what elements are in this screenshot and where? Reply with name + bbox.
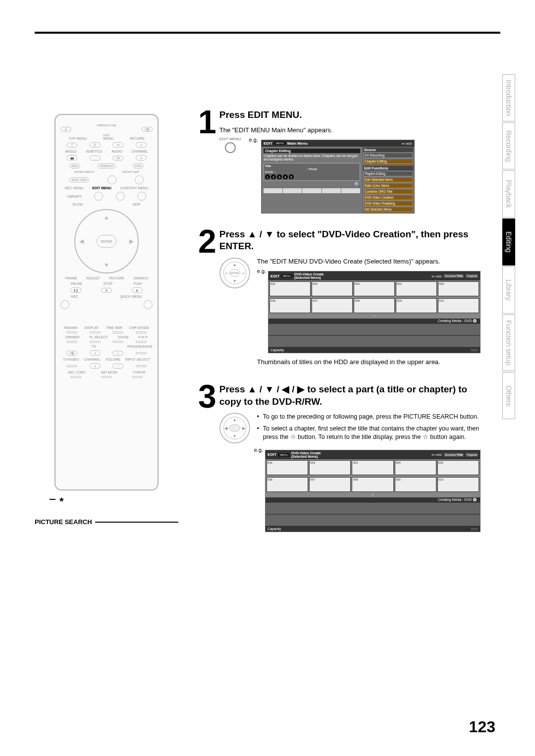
eg-label-3: e.g. bbox=[254, 447, 263, 453]
remote-column: OPEN/CLOSE ▲I/⏻ DVD TOP MENUMENURETURN ⤴… bbox=[35, 109, 178, 547]
tab-function-setup: Function setup bbox=[502, 315, 515, 371]
instructions-column: 1 Press EDIT MENU. The "EDIT MENU Main M… bbox=[178, 109, 481, 547]
step-3-bullet-2: To select a chapter, first select the ti… bbox=[257, 425, 481, 442]
step-3-number: 3 bbox=[198, 383, 214, 532]
tab-playback: Playback bbox=[502, 170, 515, 217]
screen-main-menu: EDIT MENU Main Menu 📼 HDD Chapter Editin… bbox=[261, 140, 415, 214]
edit-menu-button-icon: EDIT MENU bbox=[219, 137, 241, 153]
page-number: 123 bbox=[469, 718, 495, 736]
tab-library: Library bbox=[502, 267, 515, 314]
nav-pad-icon: ENTER ▲ ▼ ◀ ▶ bbox=[219, 258, 250, 288]
remote-nav-pad: ▲▼◀▶ ENTER bbox=[74, 209, 139, 273]
eg-label-2: e.g. bbox=[257, 268, 266, 274]
step-1-number: 1 bbox=[198, 109, 214, 214]
tab-recording: Recording bbox=[502, 122, 515, 169]
step-1: 1 Press EDIT MENU. The "EDIT MENU Main M… bbox=[198, 109, 481, 214]
step-3-bullets: To go to the preceding or following page… bbox=[257, 413, 481, 445]
eg-label-1: e.g. bbox=[249, 137, 258, 143]
remote-enter-button: ENTER bbox=[97, 235, 116, 248]
step-2: 2 Press ▲ / ▼ to select "DVD-Video Creat… bbox=[198, 228, 481, 369]
screen-dvd-create-1: EDIT MENU DVD-Video Create(Selected Item… bbox=[268, 271, 481, 353]
picture-search-label: PICTURE SEARCH bbox=[35, 518, 178, 526]
top-rule bbox=[35, 32, 500, 34]
tab-introduction: Introduction bbox=[502, 74, 515, 121]
tab-editing: Editing bbox=[502, 218, 515, 266]
step-1-title: Press EDIT MENU. bbox=[219, 109, 481, 121]
star-icon: ★ bbox=[58, 495, 65, 503]
step-1-sub: The "EDIT MENU Main Menu" appears. bbox=[219, 126, 481, 134]
step-3-title: Press ▲ / ▼ / ◀ / ▶ to select a part (a … bbox=[219, 383, 481, 408]
remote-illustration: OPEN/CLOSE ▲I/⏻ DVD TOP MENUMENURETURN ⤴… bbox=[54, 114, 159, 490]
screen-dvd-create-2: EDIT MENU DVD-Video Create(Selected Item… bbox=[265, 450, 481, 532]
nav-pad-icon-2: ▲ ▼ ◀ ▶ bbox=[219, 413, 250, 443]
step-2-sub: The "EDIT MENU DVD-Video Create (Selecte… bbox=[257, 258, 481, 265]
step-2-after: Thumbnails of titles on the HDD are disp… bbox=[257, 358, 481, 366]
step-2-number: 2 bbox=[198, 228, 214, 369]
step-2-title: Press ▲ / ▼ to select "DVD-Video Creatio… bbox=[219, 228, 481, 253]
tab-others: Others bbox=[502, 372, 515, 419]
step-3: 3 Press ▲ / ▼ / ◀ / ▶ to select a part (… bbox=[198, 383, 481, 532]
side-tabs: Introduction Recording Playback Editing … bbox=[502, 74, 515, 419]
step-3-bullet-1: To go to the preceding or following page… bbox=[257, 413, 481, 422]
